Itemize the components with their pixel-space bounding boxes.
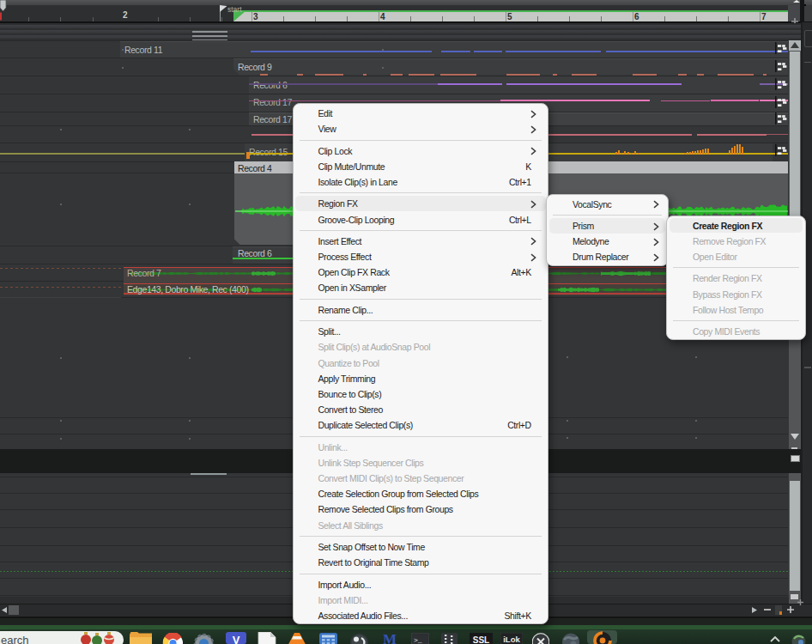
svg-text:iLok: iLok <box>503 635 520 644</box>
svg-text:>_: >_ <box>414 636 422 644</box>
svg-text:V: V <box>233 634 240 644</box>
svg-text:SSL: SSL <box>473 635 489 644</box>
svg-text:M: M <box>383 632 397 644</box>
